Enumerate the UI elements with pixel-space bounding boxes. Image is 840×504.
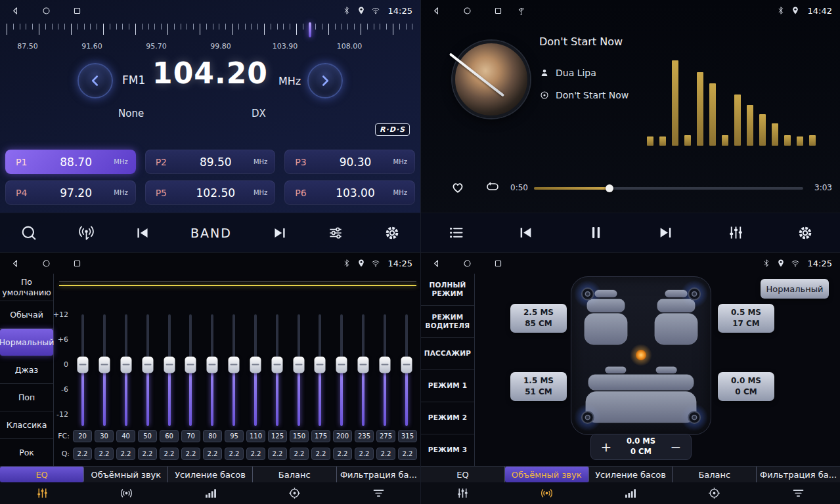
slider-handle[interactable]: [142, 356, 153, 373]
audio-sliders-icon[interactable]: [327, 224, 344, 242]
eq-preset-item[interactable]: Классика: [0, 411, 53, 439]
slider-handle[interactable]: [271, 356, 282, 373]
slider-handle[interactable]: [207, 356, 218, 373]
next-icon[interactable]: [271, 224, 288, 242]
eq-band-slider[interactable]: [331, 314, 353, 426]
recents-icon[interactable]: [72, 6, 82, 16]
equalizer-icon[interactable]: [727, 224, 745, 242]
delay-rear-right[interactable]: 0.0 MS 0 CM: [718, 372, 774, 401]
balance-icon[interactable]: [252, 486, 336, 500]
sound-mode-item[interactable]: РЕЖИМ 3: [421, 434, 474, 466]
progress-knob[interactable]: [606, 184, 613, 192]
eq-band-slider[interactable]: [72, 314, 94, 426]
eq-band-slider[interactable]: [158, 314, 180, 426]
pause-icon[interactable]: [587, 224, 605, 242]
tab-eq[interactable]: EQ: [421, 467, 505, 482]
home-icon[interactable]: [41, 259, 51, 268]
eq-band-slider[interactable]: [116, 314, 137, 426]
dx-mode-label[interactable]: DX: [252, 108, 266, 119]
eq-preset-item[interactable]: Обычай: [0, 301, 53, 329]
surround-icon[interactable]: [84, 486, 168, 500]
repeat-icon[interactable]: [485, 179, 500, 195]
eq-icon[interactable]: [0, 486, 84, 500]
eq-band-slider[interactable]: [395, 314, 417, 426]
slider-handle[interactable]: [401, 356, 412, 373]
tab-bass[interactable]: Усиление басов: [168, 467, 252, 482]
recents-icon[interactable]: [493, 259, 503, 268]
filter-icon[interactable]: [336, 486, 420, 500]
slider-handle[interactable]: [164, 356, 175, 373]
band-button[interactable]: BAND: [190, 226, 232, 240]
eq-band-slider[interactable]: [309, 314, 331, 426]
search-icon[interactable]: [20, 224, 38, 242]
tab-surround[interactable]: Объёмный звук: [84, 467, 168, 482]
eq-band-slider[interactable]: [245, 314, 267, 426]
recents-icon[interactable]: [72, 259, 82, 268]
slider-handle[interactable]: [99, 356, 110, 373]
surround-icon[interactable]: [505, 486, 589, 500]
favorite-heart-icon[interactable]: [450, 179, 466, 195]
tab-filter[interactable]: Фильтрация ба...: [337, 467, 420, 482]
eq-band-slider[interactable]: [137, 314, 158, 426]
eq-band-slider[interactable]: [180, 314, 202, 426]
eq-band-slider[interactable]: [202, 314, 223, 426]
slider-handle[interactable]: [250, 356, 261, 373]
delay-decrease-button[interactable]: −: [669, 439, 683, 455]
sound-mode-item[interactable]: РЕЖИМ ВОДИТЕЛЯ: [421, 306, 474, 338]
radio-preset-p4[interactable]: P497.20MHz: [5, 180, 136, 205]
settings-gear-icon[interactable]: [384, 224, 401, 242]
eq-preset-item[interactable]: Рок: [0, 439, 53, 466]
playlist-icon[interactable]: [447, 224, 465, 242]
home-icon[interactable]: [462, 6, 472, 16]
eq-preset-item[interactable]: Поп: [0, 384, 53, 411]
eq-band-slider[interactable]: [374, 314, 395, 426]
slider-handle[interactable]: [121, 356, 132, 373]
delay-front-left[interactable]: 2.5 MS 85 CM: [510, 304, 567, 333]
slider-handle[interactable]: [229, 356, 240, 373]
tab-eq[interactable]: EQ: [0, 467, 84, 482]
tuner-scan-icon[interactable]: [77, 224, 95, 242]
slider-handle[interactable]: [379, 356, 390, 373]
sound-preset-button[interactable]: Нормальный: [761, 279, 829, 299]
sound-mode-item[interactable]: ПАССАЖИР: [421, 338, 474, 370]
tab-balance[interactable]: Баланс: [253, 467, 337, 482]
tab-surround[interactable]: Объёмный звук: [505, 467, 589, 482]
eq-band-slider[interactable]: [353, 314, 374, 426]
slider-handle[interactable]: [293, 356, 304, 373]
tab-balance[interactable]: Баланс: [673, 467, 757, 482]
slider-handle[interactable]: [336, 356, 347, 373]
radio-preset-p3[interactable]: P390.30MHz: [284, 150, 415, 174]
eq-preset-item[interactable]: По умолчанию: [0, 274, 53, 301]
bass-icon[interactable]: [168, 486, 252, 500]
radio-preset-p5[interactable]: P5102.50MHz: [145, 180, 276, 205]
frequency-ruler[interactable]: 87.5091.6095.7099.80103.90108.00: [0, 22, 420, 54]
filter-icon[interactable]: [756, 486, 840, 500]
balance-icon[interactable]: [673, 486, 757, 500]
eq-band-slider[interactable]: [223, 314, 245, 426]
previous-track-icon[interactable]: [517, 224, 535, 242]
back-icon[interactable]: [11, 259, 20, 268]
home-icon[interactable]: [41, 6, 51, 16]
recents-icon[interactable]: [493, 6, 503, 16]
delay-increase-button[interactable]: +: [599, 439, 613, 455]
back-icon[interactable]: [11, 6, 20, 16]
delay-front-right[interactable]: 0.5 MS 17 CM: [718, 304, 774, 333]
eq-preset-item[interactable]: Нормальный: [0, 329, 53, 356]
progress-bar[interactable]: [534, 187, 803, 190]
back-icon[interactable]: [431, 259, 441, 268]
bass-icon[interactable]: [588, 486, 673, 500]
radio-preset-p2[interactable]: P289.50MHz: [145, 150, 276, 174]
home-icon[interactable]: [462, 259, 472, 268]
next-track-icon[interactable]: [657, 224, 674, 242]
slider-handle[interactable]: [357, 356, 368, 373]
eq-band-slider[interactable]: [288, 314, 309, 426]
radio-preset-p6[interactable]: P6103.00MHz: [284, 180, 415, 205]
sound-mode-item[interactable]: ПОЛНЫЙ РЕЖИМ: [421, 274, 474, 306]
eq-band-slider[interactable]: [266, 314, 288, 426]
tune-up-button[interactable]: [307, 63, 343, 98]
back-icon[interactable]: [431, 6, 441, 16]
tab-bass[interactable]: Усиление басов: [589, 467, 673, 482]
eq-icon[interactable]: [421, 486, 505, 500]
sound-mode-item[interactable]: РЕЖИМ 1: [421, 370, 474, 402]
eq-band-slider[interactable]: [94, 314, 116, 426]
